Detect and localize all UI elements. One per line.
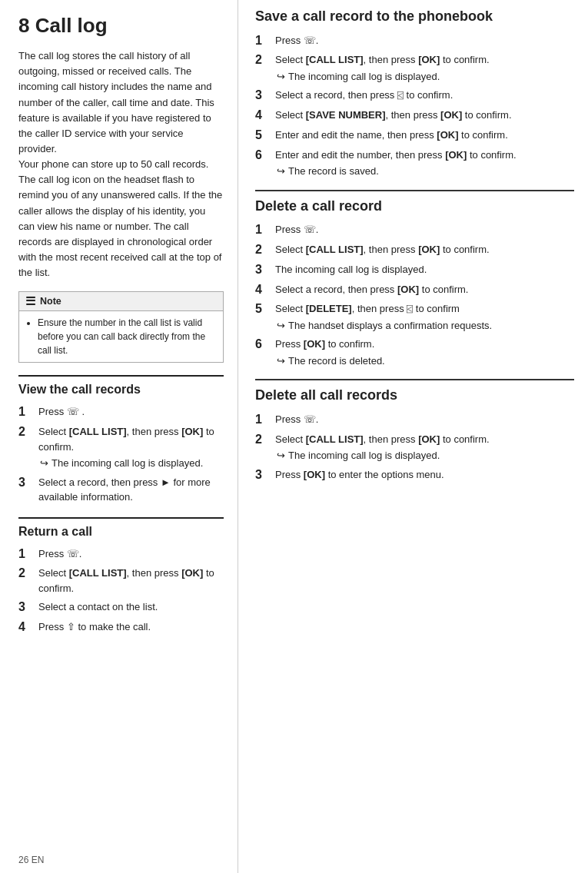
sub-result-text: The handset displays a confirmation requ… xyxy=(288,318,492,334)
arrow-icon: ↪ xyxy=(277,69,285,85)
intro-paragraph: The call log stores the call history of … xyxy=(18,48,224,280)
step-text: Select a record, then press ⍃ to confirm… xyxy=(275,88,574,103)
step-text: Select a contact on the list. xyxy=(38,599,224,615)
arrow-icon: ↪ xyxy=(277,354,285,369)
step-item: 6 Enter and edit the number, then press … xyxy=(255,148,574,179)
step-number: 1 xyxy=(255,412,272,428)
note-body: Ensure the number in the call list is va… xyxy=(19,311,223,362)
sub-result-text: The record is deleted. xyxy=(288,354,385,369)
step-item: 2 Select [CALL LIST], then press [OK] to… xyxy=(255,432,574,463)
step-text: Press ☏. xyxy=(275,222,574,237)
step-text: Select [CALL LIST], then press [OK] to c… xyxy=(275,52,574,84)
note-icon: ☰ xyxy=(25,294,35,308)
divider-view-calls xyxy=(18,375,224,377)
step-text: Select [CALL LIST], then press [OK] to c… xyxy=(38,424,224,471)
step-number: 3 xyxy=(255,262,272,278)
step-item: 3 Select a contact on the list. xyxy=(18,599,224,616)
steps-delete: 1 Press ☏. 2 Select [CALL LIST], then pr… xyxy=(255,222,574,368)
arrow-icon: ↪ xyxy=(277,164,285,179)
step-item: 4 Select [SAVE NUMBER], then press [OK] … xyxy=(255,108,574,124)
step-number: 3 xyxy=(255,467,272,483)
step-item: 6 Press [OK] to confirm. ↪ The record is… xyxy=(255,337,574,368)
section-title-save: Save a call record to the phonebook xyxy=(255,8,574,25)
sub-result-text: The record is saved. xyxy=(288,164,379,179)
step-item: 2 Select [CALL LIST], then press [OK] to… xyxy=(18,566,224,596)
step-number: 1 xyxy=(255,33,272,49)
note-header: ☰ Note xyxy=(19,292,223,311)
step-item: 5 Enter and edit the name, then press [O… xyxy=(255,128,574,144)
section-delete-record: Delete a call record 1 Press ☏. 2 Select… xyxy=(255,198,574,369)
step-number: 3 xyxy=(18,599,35,616)
step-item: 3 The incoming call log is displayed. xyxy=(255,262,574,278)
step-item: 1 Press ☏. xyxy=(255,33,574,49)
step-text: Press ☏. xyxy=(275,33,574,48)
note-text: Ensure the number in the call list is va… xyxy=(38,316,215,357)
sub-result-text: The incoming call log is displayed. xyxy=(288,448,440,463)
step-text: Press ☏. xyxy=(38,546,224,562)
section-title-view: View the call records xyxy=(18,383,224,397)
step-number: 5 xyxy=(255,128,272,144)
step-item: 3 Select a record, then press ⍃ to confi… xyxy=(255,88,574,104)
step-number: 2 xyxy=(255,52,272,68)
step-number: 1 xyxy=(18,404,35,420)
step-item: 1 Press ☏. xyxy=(18,546,224,563)
step-number: 2 xyxy=(18,566,35,582)
step-text: The incoming call log is displayed. xyxy=(275,262,574,277)
sub-result: ↪ The handset displays a confirmation re… xyxy=(277,318,574,334)
sub-result: ↪ The record is saved. xyxy=(277,164,574,179)
sub-result: ↪ The incoming call log is displayed. xyxy=(277,69,574,85)
step-text: Select [DELETE], then press ⍃ to confirm… xyxy=(275,301,574,333)
step-text: Press ⇧ to make the call. xyxy=(38,619,224,635)
step-text: Press ☏ . xyxy=(38,404,224,420)
step-text: Enter and edit the name, then press [OK]… xyxy=(275,128,574,143)
section-save-record: Save a call record to the phonebook 1 Pr… xyxy=(255,8,574,179)
step-text: Press [OK] to enter the options menu. xyxy=(275,467,574,483)
step-number: 2 xyxy=(255,432,272,448)
steps-save: 1 Press ☏. 2 Select [CALL LIST], then pr… xyxy=(255,33,574,179)
step-number: 5 xyxy=(255,301,272,317)
step-text: Select [CALL LIST], then press [OK] to c… xyxy=(38,566,224,596)
step-text: Select [CALL LIST], then press [OK] to c… xyxy=(275,242,574,257)
arrow-icon: ↪ xyxy=(277,318,285,334)
right-column: Save a call record to the phonebook 1 Pr… xyxy=(238,0,588,873)
step-number: 3 xyxy=(255,88,272,104)
step-text: Select a record, then press [OK] to conf… xyxy=(275,282,574,297)
steps-return-call: 1 Press ☏. 2 Select [CALL LIST], then pr… xyxy=(18,546,224,636)
steps-delete-all: 1 Press ☏. 2 Select [CALL LIST], then pr… xyxy=(255,412,574,483)
step-text: Select [CALL LIST], then press [OK] to c… xyxy=(275,432,574,463)
note-label: Note xyxy=(40,296,61,307)
step-item: 3 Press [OK] to enter the options menu. xyxy=(255,467,574,483)
sub-result: ↪ The record is deleted. xyxy=(277,354,574,369)
step-number: 4 xyxy=(255,282,272,298)
steps-view-calls: 1 Press ☏ . 2 Select [CALL LIST], then p… xyxy=(18,404,224,504)
step-item: 2 Select [CALL LIST], then press [OK] to… xyxy=(18,424,224,471)
step-number: 4 xyxy=(18,619,35,636)
step-number: 2 xyxy=(255,242,272,258)
divider-delete xyxy=(255,190,574,191)
section-title-return: Return a call xyxy=(18,525,224,539)
step-item: 1 Press ☏. xyxy=(255,222,574,238)
step-number: 1 xyxy=(255,222,272,238)
step-item: 4 Select a record, then press [OK] to co… xyxy=(255,282,574,298)
step-number: 4 xyxy=(255,108,272,124)
step-text: Press ☏. xyxy=(275,412,574,427)
step-number: 6 xyxy=(255,148,272,164)
step-item: 4 Press ⇧ to make the call. xyxy=(18,619,224,636)
arrow-icon: ↪ xyxy=(40,456,48,471)
section-title-delete-all: Delete all call records xyxy=(255,387,574,404)
step-item: 5 Select [DELETE], then press ⍃ to confi… xyxy=(255,301,574,333)
step-number: 2 xyxy=(18,424,35,440)
section-delete-all: Delete all call records 1 Press ☏. 2 Sel… xyxy=(255,387,574,483)
sub-result-text: The incoming call log is displayed. xyxy=(288,69,440,85)
step-text: Enter and edit the number, then press [O… xyxy=(275,148,574,179)
step-number: 6 xyxy=(255,337,272,353)
step-item: 3 Select a record, then press ► for more… xyxy=(18,475,224,505)
left-column: 8 Call log The call log stores the call … xyxy=(0,0,238,873)
sub-result: ↪ The incoming call log is displayed. xyxy=(40,456,224,471)
step-text: Select a record, then press ► for more a… xyxy=(38,475,224,505)
step-item: 1 Press ☏. xyxy=(255,412,574,428)
chapter-title: 8 Call log xyxy=(18,14,224,38)
step-item: 1 Press ☏ . xyxy=(18,404,224,420)
step-text: Select [SAVE NUMBER], then press [OK] to… xyxy=(275,108,574,123)
intro-text-content: The call log stores the call history of … xyxy=(18,50,222,278)
